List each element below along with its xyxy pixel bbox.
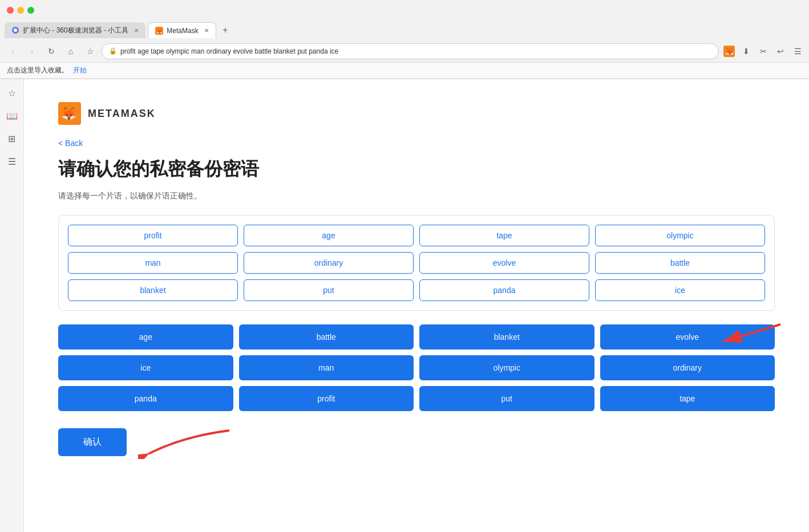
download-icon[interactable]: ⬇ [739,44,753,58]
word-button-battle[interactable]: battle [239,324,414,350]
selection-chip-blanket[interactable]: blanket [68,279,238,301]
word-button-profit[interactable]: profit [239,386,414,411]
bookmark-button[interactable]: ☆ [82,43,98,59]
svg-text:🦊: 🦊 [156,28,163,35]
maximize-button[interactable] [27,7,34,14]
selection-chip-age[interactable]: age [244,225,414,246]
scissors-icon[interactable]: ✂ [757,44,770,58]
selection-chip-panda[interactable]: panda [419,279,589,301]
selection-word-grid: profitagetapeolympicmanordinaryevolvebat… [68,225,765,301]
word-button-put[interactable]: put [419,386,594,411]
bookmark-text: 点击这里导入收藏。 [7,66,68,75]
tab-extensions-close[interactable]: ✕ [134,27,139,34]
selection-chip-evolve[interactable]: evolve [419,252,589,274]
sidebar: ☆ 📖 ⊞ ☰ [0,79,24,532]
tab-metamask[interactable]: 🦊 MetaMask ✕ [148,22,216,38]
word-button-man[interactable]: man [239,355,414,380]
address-text: profit age tape olympic man ordinary evo… [120,47,338,55]
forward-nav-button[interactable]: › [24,43,40,59]
home-button[interactable]: ⌂ [63,43,79,59]
selection-chip-ice[interactable]: ice [595,279,765,301]
page-title: 请确认您的私密备份密语 [58,157,775,182]
confirm-button[interactable]: 确认 [58,428,127,456]
back-link[interactable]: < Back [58,139,775,148]
selection-chip-profit[interactable]: profit [68,225,238,246]
refresh-button[interactable]: ↻ [43,43,59,59]
sidebar-icon-grid[interactable]: ⊞ [5,132,19,145]
tab-metamask-label: MetaMask [167,27,198,35]
metamask-logo: 🦊 [58,102,81,125]
sidebar-icon-star[interactable]: ☆ [5,86,19,100]
bookmark-bar: 点击这里导入收藏。 开始 [0,63,809,79]
selection-chip-olympic[interactable]: olympic [595,225,765,246]
svg-point-1 [14,29,17,32]
word-button-olympic[interactable]: olympic [419,355,594,380]
svg-text:🦊: 🦊 [61,106,77,121]
word-buttons-grid: agebattleblanketevolveicemanolympicordin… [58,324,775,411]
tab-metamask-close[interactable]: ✕ [204,27,209,34]
metamask-toolbar-icon[interactable]: 🦊 [722,44,736,58]
nav-bar: ‹ › ↻ ⌂ ☆ 🔒 profit age tape olympic man … [0,40,809,63]
word-button-ice[interactable]: ice [58,355,233,380]
content-area: 🦊 METAMASK < Back 请确认您的私密备份密语 请选择每一个片语，以… [24,79,809,532]
selection-chip-put[interactable]: put [244,279,414,301]
undo-icon[interactable]: ↩ [774,44,787,58]
word-button-tape[interactable]: tape [600,386,775,411]
chrome-favicon [11,26,19,34]
tab-extensions-label: 扩展中心 - 360极速浏览器 - 小工具 [23,26,128,35]
sidebar-icon-notes[interactable]: ☰ [5,155,19,168]
close-button[interactable] [7,7,14,14]
sidebar-icon-book[interactable]: 📖 [5,109,19,123]
menu-icon[interactable]: ☰ [791,44,804,58]
address-bar[interactable]: 🔒 profit age tape olympic man ordinary e… [102,43,719,59]
page-description: 请选择每一个片语，以确保片语正确性。 [58,191,775,201]
left-arrow-annotation [138,425,229,459]
word-button-ordinary[interactable]: ordinary [600,355,775,380]
minimize-button[interactable] [17,7,24,14]
word-button-blanket[interactable]: blanket [419,324,594,350]
bookmark-link[interactable]: 开始 [73,66,87,75]
bottom-section: 确认 [58,425,775,459]
word-button-panda[interactable]: panda [58,386,233,411]
tabs-bar: 扩展中心 - 360极速浏览器 - 小工具 ✕ 🦊 MetaMask ✕ + [0,21,809,40]
selection-chip-ordinary[interactable]: ordinary [244,252,414,274]
selection-chip-tape[interactable]: tape [419,225,589,246]
svg-text:🦊: 🦊 [725,47,735,56]
tab-extensions[interactable]: 扩展中心 - 360极速浏览器 - 小工具 ✕ [5,22,145,38]
word-selection-area: profitagetapeolympicmanordinaryevolvebat… [58,215,775,311]
metamask-title: METAMASK [88,108,156,120]
word-button-age[interactable]: age [58,324,233,350]
back-nav-button[interactable]: ‹ [5,43,21,59]
selection-chip-man[interactable]: man [68,252,238,274]
lock-icon: 🔒 [109,47,117,55]
metamask-favicon: 🦊 [155,27,163,35]
word-button-evolve[interactable]: evolve [600,324,775,350]
new-tab-button[interactable]: + [219,23,232,37]
selection-chip-battle[interactable]: battle [595,252,765,274]
metamask-header: 🦊 METAMASK [58,102,775,125]
